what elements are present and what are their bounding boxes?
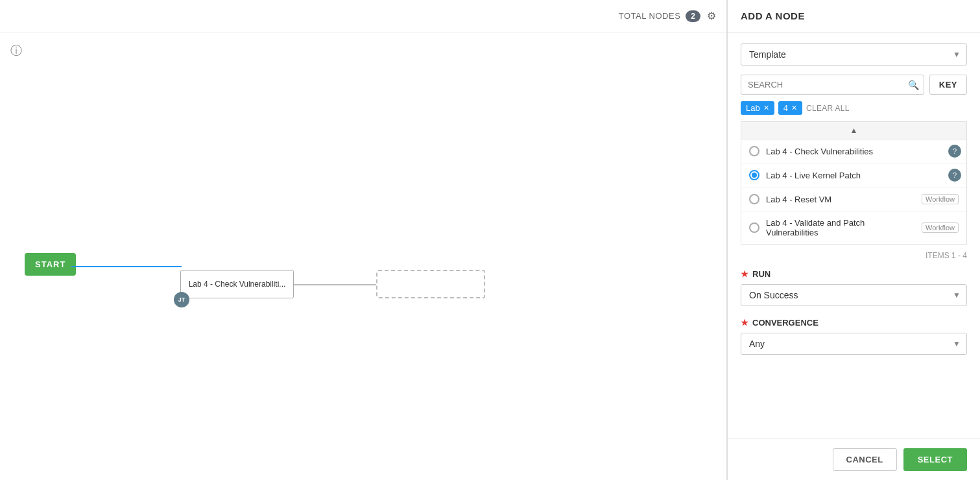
filter-tag-4[interactable]: 4 ✕	[778, 101, 802, 115]
list-item[interactable]: Lab 4 - Validate and Patch Vulnerabiliti…	[741, 211, 966, 244]
filter-tag-lab-close-icon[interactable]: ✕	[763, 104, 769, 112]
panel-title: ADD A NODE	[741, 10, 805, 21]
node-item-name-1: Lab 4 - Check Vulnerabilities	[766, 147, 959, 156]
node-item-name-4: Lab 4 - Validate and Patch Vulnerabiliti…	[766, 218, 916, 237]
convergence-dropdown-wrapper: Any All ▼	[741, 333, 967, 355]
connector-line-1	[71, 266, 182, 267]
run-dropdown[interactable]: On Success On Failure Always	[741, 284, 967, 306]
list-item[interactable]: Lab 4 - Live Kernel Patch ?	[741, 163, 966, 187]
radio-button-1[interactable]	[749, 146, 759, 156]
panel-header: ADD A NODE	[728, 0, 980, 33]
node-list: Lab 4 - Check Vulnerabilities ? Lab 4 - …	[741, 139, 967, 245]
canvas-content: ⓘ START Lab 4 - Check Vulnerabiliti... J…	[0, 32, 726, 480]
template-dropdown-wrapper: Template Workflow Approval ▼	[741, 43, 967, 66]
convergence-dropdown[interactable]: Any All	[741, 333, 967, 355]
radio-button-4[interactable]	[749, 222, 759, 233]
run-label: ★ RUN	[741, 269, 967, 279]
run-section: ★ RUN On Success On Failure Always ▼	[741, 269, 967, 306]
clear-all-button[interactable]: CLEAR ALL	[806, 104, 850, 113]
items-count: ITEMS 1 - 4	[741, 251, 967, 260]
list-item[interactable]: Lab 4 - Reset VM Workflow	[741, 187, 966, 211]
workflow-node-1[interactable]: Lab 4 - Check Vulnerabiliti...	[180, 270, 294, 298]
cancel-button[interactable]: CANCEL	[833, 448, 897, 471]
help-icon-1[interactable]: ?	[948, 145, 961, 158]
info-icon: ⓘ	[10, 43, 22, 58]
convergence-label: ★ CONVERGENCE	[741, 318, 967, 328]
select-button[interactable]: SELECT	[903, 448, 967, 471]
run-required-star: ★	[741, 269, 748, 279]
search-input[interactable]	[741, 75, 924, 95]
filter-tag-4-label: 4	[783, 103, 788, 113]
list-collapse-header[interactable]: ▲	[741, 121, 967, 139]
convergence-required-star: ★	[741, 318, 748, 328]
workflow-node-placeholder[interactable]	[376, 270, 485, 298]
filter-tag-4-close-icon[interactable]: ✕	[791, 104, 797, 112]
workflow-badge-3: Workflow	[922, 194, 959, 204]
search-icon-button[interactable]: 🔍	[908, 80, 919, 90]
help-icon-2[interactable]: ?	[948, 169, 961, 182]
panel-body: Template Workflow Approval ▼ 🔍 KEY Lab ✕…	[728, 33, 980, 438]
template-dropdown[interactable]: Template Workflow Approval	[741, 43, 967, 66]
right-panel: ADD A NODE Template Workflow Approval ▼ …	[727, 0, 980, 480]
list-item[interactable]: Lab 4 - Check Vulnerabilities ?	[741, 139, 966, 163]
search-row: 🔍 KEY	[741, 75, 967, 95]
radio-button-2[interactable]	[749, 170, 759, 180]
filter-row: Lab ✕ 4 ✕ CLEAR ALL	[741, 101, 967, 115]
convergence-section: ★ CONVERGENCE Any All ▼	[741, 318, 967, 355]
total-nodes-label: TOTAL NODES	[619, 11, 681, 21]
avatar: JT	[174, 292, 189, 307]
total-nodes-badge: 2	[686, 10, 700, 22]
search-input-wrapper: 🔍	[741, 75, 924, 95]
start-node: START	[25, 253, 76, 276]
filter-tag-lab[interactable]: Lab ✕	[741, 101, 774, 115]
collapse-arrow-icon: ▲	[850, 126, 858, 135]
workflow-badge-4: Workflow	[922, 222, 959, 233]
panel-footer: CANCEL SELECT	[728, 438, 980, 480]
filter-tag-lab-label: Lab	[746, 103, 760, 113]
canvas-header: TOTAL NODES 2 ⚙	[0, 0, 726, 32]
node-item-name-3: Lab 4 - Reset VM	[766, 195, 916, 204]
run-dropdown-wrapper: On Success On Failure Always ▼	[741, 284, 967, 306]
node-label-1: Lab 4 - Check Vulnerabiliti...	[189, 280, 286, 289]
node-item-name-2: Lab 4 - Live Kernel Patch	[766, 171, 959, 180]
key-button[interactable]: KEY	[929, 75, 967, 95]
radio-button-3[interactable]	[749, 194, 759, 204]
settings-icon[interactable]: ⚙	[707, 10, 716, 22]
canvas-area: TOTAL NODES 2 ⚙ ⓘ START Lab 4 - Check Vu…	[0, 0, 727, 480]
